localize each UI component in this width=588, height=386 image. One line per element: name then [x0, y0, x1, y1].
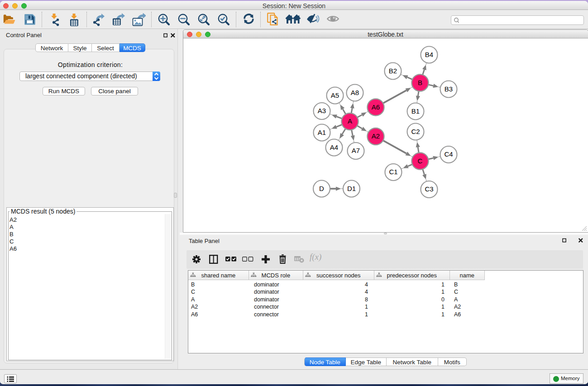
- svg-text:B3: B3: [444, 85, 452, 93]
- svg-text:A8: A8: [350, 89, 359, 96]
- svg-text:A3: A3: [317, 107, 325, 114]
- svg-text:C1: C1: [389, 168, 397, 176]
- svg-text:D1: D1: [347, 185, 355, 192]
- svg-text:A1: A1: [317, 129, 325, 136]
- svg-text:A: A: [347, 117, 352, 125]
- svg-text:A6: A6: [371, 103, 379, 111]
- svg-text:C: C: [417, 157, 422, 165]
- svg-text:A7: A7: [351, 147, 359, 154]
- svg-text:C2: C2: [411, 128, 420, 135]
- svg-text:B: B: [417, 79, 422, 86]
- svg-text:B2: B2: [388, 67, 397, 75]
- svg-text:A5: A5: [330, 91, 339, 99]
- svg-text:f(x): f(x): [310, 252, 321, 262]
- svg-text:A4: A4: [330, 143, 338, 151]
- svg-text:B4: B4: [425, 51, 433, 58]
- svg-text:C3: C3: [425, 185, 433, 193]
- svg-text:D: D: [319, 185, 324, 192]
- svg-text:B1: B1: [411, 107, 419, 115]
- svg-text:A2: A2: [371, 132, 379, 140]
- svg-text:C4: C4: [444, 150, 453, 158]
